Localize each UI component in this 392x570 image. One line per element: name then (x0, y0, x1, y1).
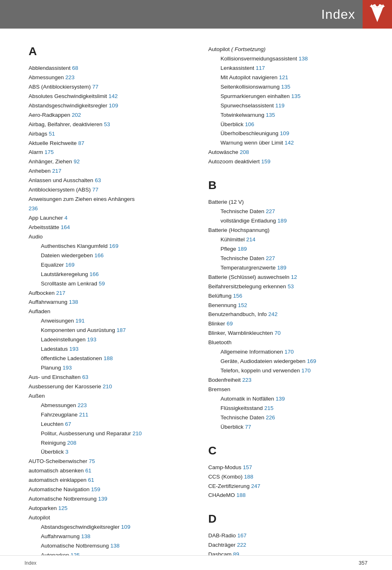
entry-totwinkelwarnung: Totwinkelwarnung 135 (208, 111, 372, 120)
entry-alarm: Alarm 175 (29, 148, 192, 157)
entry-anhaenger-ziehen: Anhänger, Ziehen 92 (29, 157, 192, 167)
entry-abmessungen: Abmessungen 223 (29, 73, 192, 82)
entry-autozoom: Autozoom deaktiviert 159 (208, 157, 372, 167)
section-a: A (29, 45, 192, 58)
entry-abstandsgeschwindigkeit: Abstandsgeschwindigkeitsregler 109 (29, 101, 192, 111)
entry-blinker-warnblinkleuchten: Blinker, Warnblinkleuchten 70 (208, 329, 372, 338)
entry-bremsen-daten: Technische Daten 226 (208, 413, 372, 423)
entry-ueberblick-106: Überblick 106 (208, 120, 372, 129)
entry-leuchten: Leuchten 67 (29, 420, 192, 429)
entry-ladestatus: Ladestatus 193 (29, 345, 192, 354)
entry-dateien-wiedergeben: Dateien wiedergeben 166 (29, 251, 192, 261)
entry-aktuelle-reichweite: Aktuelle Reichweite 87 (29, 139, 192, 148)
entry-batterie-12v: Batterie (12 V) (208, 198, 372, 207)
entry-aus-einschalten: Aus- und Einschalten 63 (29, 373, 192, 382)
entry-pflege: Pflege 189 (208, 245, 372, 254)
entry-benutzerhandbuch: Benutzerhandbuch, Info 242 (208, 310, 372, 319)
entry-authentisches-klangumfeld: Authentisches Klangumfeld 169 (29, 242, 192, 251)
section-d: D (208, 512, 372, 525)
entry-reinigung: Reinigung 208 (29, 439, 192, 448)
entry-absolutes-geschwindigkeit: Absolutes Geschwindigkeitslimit 142 (29, 92, 192, 101)
entry-bremsen: Bremsen (208, 385, 372, 394)
entry-aero-radkappen: Aero-Radkappen 202 (29, 111, 192, 120)
entry-mit-autopilot-navigieren: Mit Autopilot navigieren 121 (208, 73, 372, 82)
entry-audio: Audio (29, 232, 192, 242)
entry-warnung-ueber-limit: Warnung wenn über Limit 142 (208, 138, 372, 148)
section-b: B (208, 179, 372, 192)
entry-benennung: Benennung 152 (208, 301, 372, 310)
footer-label: Index (24, 560, 36, 566)
entry-ap-auffahrwarnung: Auffahrwarnung 138 (29, 532, 192, 541)
footer-page: 357 (359, 560, 368, 566)
entry-seitenkollisionswarnung: Seitenkollisionswarnung 135 (208, 82, 372, 92)
entry-bluetooth-telefon: Telefon, koppeln und verwenden 170 (208, 366, 372, 376)
section-c: C (208, 444, 372, 457)
entry-aussen: Außen (29, 392, 192, 401)
entry-bluetooth-geraete: Geräte, Audiodateien wiedergeben 169 (208, 357, 372, 366)
entry-lenkassistent: Lenkassistent 117 (208, 64, 372, 73)
entry-bluetooth-allgemein: Allgemeine Informationen 170 (208, 347, 372, 357)
entry-beifahrersitz: Beifahrersitzbelegung erkennen 53 (208, 282, 372, 292)
entry-app-launcher: App Launcher 4 (29, 214, 192, 223)
entry-batterie-12v-entladung: vollständige Entladung 189 (208, 216, 372, 226)
entry-fluessigkeitsstand: Flüssigkeitsstand 215 (208, 404, 372, 413)
entry-ueberblick-3: Überblick 3 (29, 448, 192, 457)
tesla-logo (370, 4, 385, 24)
entry-dab-radio: DAB-Radio 167 (208, 531, 372, 541)
entry-kuehlmittel: Kühlmittel 214 (208, 235, 372, 245)
page-title: Index (321, 7, 355, 22)
entry-batterie-hochspannung-daten: Technische Daten 227 (208, 254, 372, 263)
entry-fahrzeugplane: Fahrzeugplane 211 (29, 410, 192, 420)
entry-ap-abstand: Abstandsgeschwindigkeitsregler 109 (29, 523, 192, 532)
entry-kollisionsvermeidung: Kollisionsvermeidungsassistent 138 (208, 54, 372, 64)
entry-anlassen-ausschalten: Anlassen und Ausschalten 63 (29, 176, 192, 185)
entry-autoparken: Autoparken 125 (29, 504, 192, 513)
tesla-logo-box (363, 0, 392, 29)
entry-auto-scheibenwischer: AUTO-Scheibenwischer 75 (29, 457, 192, 466)
entry-spurwechselassistent: Spurwechselassistent 119 (208, 101, 372, 111)
entry-anweisungen-anhaenger: Anweisungen zum Ziehen eines Anhängers23… (29, 195, 192, 214)
entry-aussen-abmessungen: Abmessungen 223 (29, 401, 192, 410)
entry-bremsen-notfall: Automatik in Notfällen 139 (208, 394, 372, 404)
entry-airbag-beifahrer: Airbag, Beifahrer, deaktivieren 53 (29, 120, 192, 129)
entry-ausbesserung-karosserie: Ausbesserung der Karosserie 210 (29, 382, 192, 392)
entry-autowaesche: Autowäsche 208 (208, 148, 372, 157)
entry-automatisch-absenken: automatisch absenken 61 (29, 466, 192, 476)
entry-batterie-12v-daten: Technische Daten 227 (208, 207, 372, 216)
entry-ccs: CCS (Kombo) 188 (208, 472, 372, 482)
page-footer: Index 357 (0, 555, 392, 570)
entry-equalizer: Equalizer 169 (29, 261, 192, 270)
entry-chademo: CHAdeMO 188 (208, 491, 372, 500)
entry-automatische-navigation: Automatische Navigation 159 (29, 485, 192, 494)
entry-batterie-hochspannung: Batterie (Hochspannung) (208, 226, 372, 235)
entry-airbags: Airbags 51 (29, 129, 192, 139)
entry-komponenten-ausruestung: Komponenten und Ausrüstung 187 (29, 326, 192, 335)
entry-oeffentliche-ladestationen: öffentliche Ladestationen 188 (29, 354, 192, 363)
entry-autopilot-fortsetzung-header: Autopilot ( Fortsetzung) (208, 45, 372, 54)
entry-bremsen-ueberblick: Überblick 77 (208, 423, 372, 432)
entry-auffahrwarnung: Auffahrwarnung 138 (29, 298, 192, 307)
entry-temperaturgrenzwerte: Temperaturgrenzwerte 189 (208, 263, 372, 273)
entry-anheben: Anheben 217 (29, 167, 192, 176)
entry-bodenfreiheit: Bodenfreiheit 223 (208, 376, 372, 385)
entry-automatische-notbremsung: Automatische Notbremsung 139 (29, 494, 192, 504)
page-header: Index (0, 0, 392, 29)
entry-belueftung: Belüftung 156 (208, 292, 372, 301)
entry-aufbocken: Aufbocken 217 (29, 289, 192, 298)
entry-ce-zertifizierung: CE-Zertifizierung 247 (208, 482, 372, 491)
entry-batterie-schluessel: Batterie (Schlüssel) auswechseln 12 (208, 273, 372, 282)
entry-bluetooth: Bluetooth (208, 338, 372, 347)
entry-aufladen-anweisungen: Anweisungen 191 (29, 316, 192, 326)
main-content: A Abblendassistent 68 Abmessungen 223 AB… (0, 29, 392, 570)
entry-automatisch-einklappen: automatisch einklappen 61 (29, 476, 192, 485)
entry-abs: ABS (Antiblockiersystem) 77 (29, 82, 192, 92)
entry-camp-modus: Camp-Modus 157 (208, 463, 372, 472)
entry-spurmarkierungen: Spurmarkierungen einhalten 135 (208, 92, 372, 101)
right-column: Autopilot ( Fortsetzung) Kollisionsverme… (208, 45, 372, 570)
entry-planung: Planung 193 (29, 363, 192, 373)
entry-scrolltaste-lenkrad: Scrolltaste am Lenkrad 59 (29, 279, 192, 289)
entry-ladeeinstellungen: Ladeeinstellungen 193 (29, 335, 192, 345)
entry-blinker: Blinker 69 (208, 319, 372, 329)
entry-arbeitsstaette: Arbeitsstätte 164 (29, 223, 192, 232)
entry-autopilot: Autopilot (29, 513, 192, 523)
